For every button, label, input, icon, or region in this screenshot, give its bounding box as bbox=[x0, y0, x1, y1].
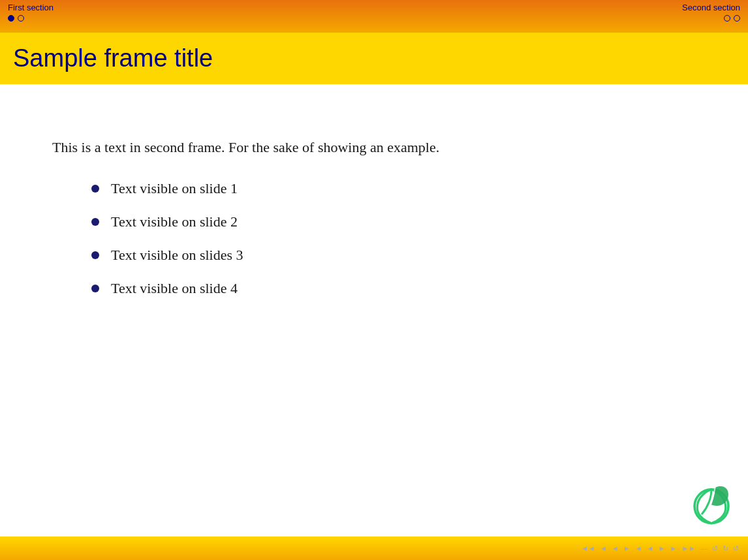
list-item: Text visible on slide 1 bbox=[91, 178, 709, 199]
right-section-dots bbox=[724, 15, 740, 22]
nav-prev-button[interactable]: ◄ bbox=[610, 544, 620, 552]
bullet-text-3: Text visible on slides 3 bbox=[111, 244, 243, 266]
main-content: This is a text in second frame. For the … bbox=[0, 84, 748, 337]
nav-fullscreen-button[interactable]: ↺ bbox=[732, 544, 740, 553]
nav-first-button[interactable]: ◄◄ bbox=[580, 544, 597, 552]
bullet-text-2: Text visible on slide 2 bbox=[111, 211, 238, 232]
logo-area bbox=[688, 479, 735, 529]
nav-next2-button[interactable]: ► bbox=[657, 544, 666, 552]
nav-zoom-out-button[interactable]: ↺ bbox=[711, 544, 719, 553]
right-section-label: Second section bbox=[682, 3, 740, 14]
bullet-dot-icon bbox=[91, 251, 99, 259]
right-section-nav: Second section bbox=[682, 3, 740, 22]
title-bar: Sample frame title bbox=[0, 33, 748, 84]
bullet-text-1: Text visible on slide 1 bbox=[111, 178, 238, 199]
bullet-list: Text visible on slide 1 Text visible on … bbox=[91, 178, 709, 299]
bottom-navigation-bar: ◄◄ ◄ ◄ ► ◄ ◄ ► ► ►► — ↺ ↻ ↺ bbox=[0, 537, 748, 560]
left-section-dots bbox=[8, 15, 24, 22]
right-dot-2 bbox=[734, 15, 740, 22]
overleaf-logo-icon bbox=[688, 479, 735, 526]
nav-zoom-in-button[interactable]: ↻ bbox=[721, 544, 730, 553]
left-dot-2 bbox=[18, 15, 24, 22]
bullet-dot-icon bbox=[91, 185, 99, 193]
nav-last-button[interactable]: ►► bbox=[680, 544, 697, 552]
frame-title: Sample frame title bbox=[13, 44, 735, 72]
nav-next-button[interactable]: ► bbox=[622, 544, 632, 552]
nav-next-section-button[interactable]: ◄ bbox=[634, 544, 644, 552]
left-section-nav: First section bbox=[8, 3, 54, 22]
bullet-text-4: Text visible on slide 4 bbox=[111, 277, 238, 299]
list-item: Text visible on slides 3 bbox=[91, 244, 709, 266]
left-dot-1 bbox=[8, 15, 14, 22]
nav-separator: — bbox=[699, 544, 709, 552]
nav-prev-section-button[interactable]: ◄ bbox=[599, 544, 608, 552]
bullet-dot-icon bbox=[91, 218, 99, 226]
nav-prev2-button[interactable]: ◄ bbox=[646, 544, 655, 552]
list-item: Text visible on slide 4 bbox=[91, 277, 709, 299]
nav-controls[interactable]: ◄◄ ◄ ◄ ► ◄ ◄ ► ► ►► — ↺ ↻ ↺ bbox=[580, 544, 740, 553]
top-navigation-bar: First section Second section bbox=[0, 0, 748, 33]
intro-text: This is a text in second frame. For the … bbox=[52, 136, 709, 158]
left-section-label: First section bbox=[8, 3, 54, 14]
list-item: Text visible on slide 2 bbox=[91, 211, 709, 232]
nav-next3-button[interactable]: ► bbox=[668, 544, 678, 552]
right-dot-1 bbox=[724, 15, 730, 22]
bullet-dot-icon bbox=[91, 285, 99, 292]
